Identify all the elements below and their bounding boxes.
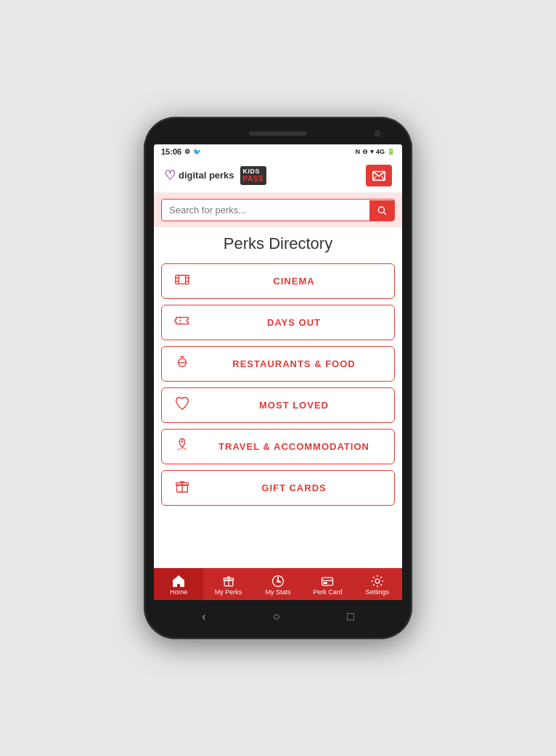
nav-perk-card-label: Perk Card bbox=[313, 588, 343, 596]
home-button[interactable]: ○ bbox=[273, 610, 280, 623]
travel-icon bbox=[172, 437, 192, 456]
clock: 15:06 bbox=[161, 147, 181, 156]
phone-top bbox=[154, 127, 402, 140]
battery-icon: 🔋 bbox=[387, 148, 395, 155]
kids-pass-logo: KIDS PASS bbox=[240, 166, 267, 186]
gift-icon bbox=[172, 478, 192, 498]
settings-icon: ⚙ bbox=[184, 148, 190, 155]
category-gift-cards[interactable]: GIFT CARDS bbox=[161, 470, 395, 506]
android-nav: ‹ ○ □ bbox=[154, 604, 402, 629]
nfc-icon: N bbox=[355, 148, 360, 155]
svg-rect-5 bbox=[176, 276, 189, 284]
travel-label: TRAVEL & ACCOMMODATION bbox=[204, 441, 384, 452]
my-perks-icon bbox=[221, 574, 236, 588]
nav-settings-label: Settings bbox=[366, 588, 390, 596]
svg-line-4 bbox=[384, 212, 386, 214]
category-days-out[interactable]: DAYS OUT bbox=[161, 305, 395, 340]
wifi-icon: ▾ bbox=[370, 148, 374, 155]
category-most-loved[interactable]: MOST LOVED bbox=[161, 387, 395, 423]
status-left: 15:06 ⚙ 🐦 bbox=[161, 147, 201, 156]
pass-text: PASS bbox=[243, 175, 264, 184]
phone-screen: 15:06 ⚙ 🐦 N ⊖ ▾ 4G 🔋 ♡ digital perks KID… bbox=[154, 144, 402, 600]
restaurants-label: RESTAURANTS & FOOD bbox=[204, 358, 384, 369]
nav-my-stats-label: My Stats bbox=[266, 588, 291, 596]
back-button[interactable]: ‹ bbox=[202, 610, 205, 623]
nav-my-perks[interactable]: My Perks bbox=[203, 568, 253, 600]
svg-point-25 bbox=[277, 580, 279, 583]
minus-icon: ⊖ bbox=[362, 148, 368, 155]
status-right: N ⊖ ▾ 4G 🔋 bbox=[355, 148, 395, 155]
bottom-nav: Home My Perks My Stats bbox=[154, 568, 402, 600]
settings-icon bbox=[370, 574, 385, 588]
days-out-label: DAYS OUT bbox=[204, 317, 384, 328]
app-header: ♡ digital perks KIDS PASS bbox=[154, 159, 402, 193]
signal-icon: 4G bbox=[376, 148, 385, 155]
brand-name: digital perks bbox=[179, 170, 234, 181]
search-button[interactable] bbox=[369, 200, 394, 221]
phone-camera bbox=[375, 131, 380, 136]
search-container bbox=[154, 193, 402, 227]
svg-point-29 bbox=[375, 579, 380, 583]
most-loved-label: MOST LOVED bbox=[204, 400, 384, 411]
digital-perks-logo: ♡ digital perks bbox=[164, 168, 234, 184]
category-list: CINEMA DAYS OUT bbox=[161, 263, 395, 506]
phone-speaker bbox=[249, 131, 307, 136]
logo-area: ♡ digital perks KIDS PASS bbox=[164, 166, 266, 186]
nav-my-stats[interactable]: My Stats bbox=[253, 568, 303, 600]
category-travel[interactable]: TRAVEL & ACCOMMODATION bbox=[161, 429, 395, 464]
phone-frame: 15:06 ⚙ 🐦 N ⊖ ▾ 4G 🔋 ♡ digital perks KID… bbox=[144, 117, 412, 639]
page-title: Perks Directory bbox=[161, 234, 395, 253]
mail-button[interactable] bbox=[366, 165, 392, 186]
twitter-icon: 🐦 bbox=[193, 148, 201, 155]
stats-icon bbox=[271, 574, 285, 588]
ticket-icon bbox=[172, 313, 192, 332]
logo-heart-icon: ♡ bbox=[164, 168, 176, 184]
nav-settings[interactable]: Settings bbox=[353, 568, 402, 600]
gift-cards-label: GIFT CARDS bbox=[204, 482, 384, 493]
recent-button[interactable]: □ bbox=[347, 610, 354, 623]
film-icon bbox=[172, 271, 192, 291]
nav-my-perks-label: My Perks bbox=[215, 588, 242, 596]
search-icon bbox=[377, 205, 387, 215]
food-icon bbox=[172, 354, 192, 374]
search-bar[interactable] bbox=[161, 199, 395, 221]
cinema-label: CINEMA bbox=[204, 276, 384, 287]
nav-home-label: Home bbox=[170, 588, 187, 596]
nav-home[interactable]: Home bbox=[154, 568, 203, 600]
svg-point-17 bbox=[181, 440, 184, 443]
mail-icon bbox=[371, 168, 387, 184]
main-content: Perks Directory bbox=[154, 227, 402, 568]
heart-icon bbox=[172, 395, 192, 415]
status-bar: 15:06 ⚙ 🐦 N ⊖ ▾ 4G 🔋 bbox=[154, 144, 402, 159]
category-restaurants[interactable]: RESTAURANTS & FOOD bbox=[161, 346, 395, 382]
svg-point-3 bbox=[378, 207, 384, 213]
search-input[interactable] bbox=[162, 200, 369, 221]
nav-perk-card[interactable]: Perk Card bbox=[303, 568, 352, 600]
svg-rect-26 bbox=[322, 578, 333, 586]
home-icon bbox=[171, 574, 186, 588]
category-cinema[interactable]: CINEMA bbox=[161, 263, 395, 299]
kids-text: KIDS bbox=[243, 168, 264, 176]
card-icon bbox=[320, 574, 335, 588]
svg-rect-28 bbox=[324, 583, 327, 584]
